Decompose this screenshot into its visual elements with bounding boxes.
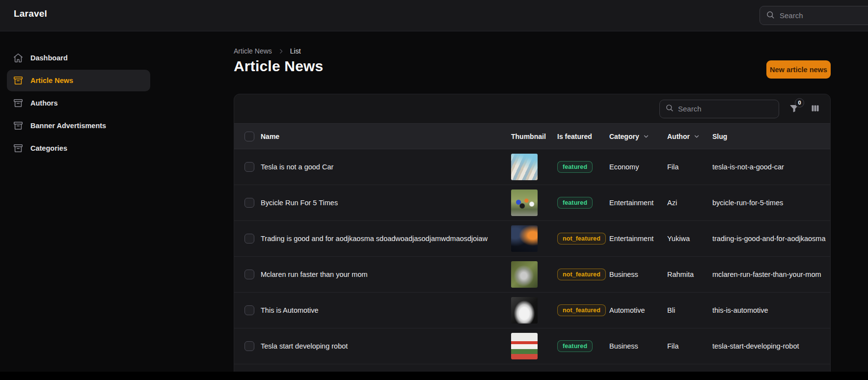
cell-author: Fila [667, 163, 712, 171]
app-window: Laravel Search Dashboard Article News A [0, 0, 868, 372]
archive-box-icon [13, 75, 24, 86]
is-featured-badge: featured [557, 197, 593, 209]
cell-category: Automotive [609, 306, 667, 314]
table-header-row: Name Thumbnail Is featured Category Auth… [234, 123, 830, 149]
cell-category: Entertainment [609, 235, 667, 243]
breadcrumb-article-news[interactable]: Article News [234, 47, 272, 55]
sidebar-item-label: Categories [30, 144, 67, 152]
chevron-down-icon [643, 133, 650, 140]
home-icon [13, 53, 24, 63]
cell-author: Fila [667, 342, 712, 350]
sidebar-item-dashboard[interactable]: Dashboard [7, 47, 150, 69]
filter-button[interactable]: 0 [788, 102, 800, 116]
cell-author: Yukiwa [667, 235, 712, 243]
columns-icon [810, 103, 820, 115]
cell-author: Bli [667, 306, 712, 314]
cell-slug: tesla-start-developing-robot [712, 342, 830, 350]
is-featured-badge: featured [557, 340, 593, 352]
table-row[interactable]: Mclaren run faster than your mom not_fea… [234, 257, 830, 293]
sidebar-item-authors[interactable]: Authors [7, 92, 150, 114]
global-search-placeholder: Search [780, 11, 803, 20]
cell-name[interactable]: Trading is good and for aodjkaosma sdoad… [261, 235, 511, 243]
brand-logo[interactable]: Laravel [14, 8, 47, 19]
row-checkbox[interactable] [244, 198, 254, 208]
is-featured-badge: not_featured [557, 269, 606, 280]
table-search-input[interactable]: Search [659, 100, 779, 118]
cell-category: Business [609, 271, 667, 278]
search-icon [766, 10, 775, 21]
chevron-right-icon [278, 48, 284, 54]
archive-box-icon [13, 143, 24, 154]
is-featured-badge: not_featured [557, 304, 606, 316]
cell-author: Azi [667, 199, 712, 207]
cell-category: Entertainment [609, 199, 667, 207]
table-row[interactable]: This is Automotive not_featured Automoti… [234, 293, 830, 328]
thumbnail-image [511, 154, 538, 180]
page-title: Article News [234, 58, 323, 75]
row-checkbox[interactable] [244, 162, 254, 172]
thumbnail-image [511, 297, 538, 324]
column-header-category[interactable]: Category [609, 133, 667, 140]
cell-name[interactable]: This is Automotive [261, 306, 511, 314]
cell-slug: trading-is-good-and-for-aodjkaosma [712, 235, 830, 243]
table-row[interactable] [234, 364, 830, 372]
global-search-input[interactable]: Search [760, 6, 868, 25]
row-checkbox[interactable] [244, 234, 254, 244]
sidebar-item-article-news[interactable]: Article News [7, 70, 150, 91]
sidebar-item-label: Article News [30, 77, 73, 84]
cell-category: Business [609, 342, 667, 350]
cell-slug: bycicle-run-for-5-times [712, 199, 830, 207]
toggle-columns-button[interactable] [809, 102, 821, 116]
search-icon [665, 104, 674, 114]
thumbnail-image [511, 225, 538, 252]
cell-slug: mclaren-run-faster-than-your-mom [712, 271, 830, 278]
filter-count-badge: 0 [795, 98, 804, 108]
cell-name[interactable]: Bycicle Run For 5 Times [261, 199, 511, 207]
sidebar-item-label: Dashboard [30, 54, 68, 62]
archive-box-icon [13, 98, 24, 109]
table-row[interactable]: Trading is good and for aodjkaosma sdoad… [234, 221, 830, 257]
table-row[interactable]: Tesla start developing robot featured Bu… [234, 328, 830, 364]
is-featured-badge: not_featured [557, 233, 606, 244]
row-checkbox[interactable] [244, 270, 254, 279]
cell-slug: this-is-automotive [712, 306, 830, 314]
breadcrumb-list: List [290, 47, 301, 55]
sidebar-item-banner-advertisments[interactable]: Banner Advertisments [7, 115, 150, 136]
cell-slug: tesla-is-not-a-good-car [712, 163, 830, 171]
chevron-down-icon [693, 133, 700, 140]
table-row[interactable]: Bycicle Run For 5 Times featured Enterta… [234, 185, 830, 221]
cell-author: Rahmita [667, 271, 712, 278]
column-header-thumbnail: Thumbnail [511, 133, 557, 140]
cell-name[interactable]: Tesla is not a good Car [261, 163, 511, 171]
archive-box-icon [13, 120, 24, 131]
row-checkbox[interactable] [244, 341, 254, 351]
sidebar-item-label: Banner Advertisments [30, 122, 106, 130]
column-header-slug: Slug [712, 133, 830, 140]
column-header-name[interactable]: Name [261, 133, 511, 140]
breadcrumb: Article News List [234, 47, 301, 55]
cell-name[interactable]: Mclaren run faster than your mom [261, 271, 511, 278]
cell-name[interactable]: Tesla start developing robot [261, 342, 511, 350]
new-article-news-button[interactable]: New article news [766, 60, 831, 79]
topbar: Laravel Search [0, 0, 868, 31]
thumbnail-image [511, 333, 538, 359]
sidebar-item-label: Authors [30, 99, 58, 107]
thumbnail-image [511, 261, 538, 288]
sidebar-item-categories[interactable]: Categories [7, 137, 150, 159]
table-row[interactable]: Tesla is not a good Car featured Economy… [234, 149, 830, 185]
sidebar: Dashboard Article News Authors Banner Ad… [0, 31, 157, 372]
thumbnail-image [511, 190, 538, 216]
table-toolbar: Search 0 [234, 94, 830, 123]
select-all-checkbox[interactable] [244, 132, 254, 141]
column-header-author[interactable]: Author [667, 133, 712, 140]
column-header-is-featured: Is featured [557, 133, 609, 140]
row-checkbox[interactable] [244, 305, 254, 315]
article-news-table-panel: Search 0 Name Thumbnail Is featured Cate… [234, 94, 831, 372]
cell-category: Economy [609, 163, 667, 171]
is-featured-badge: featured [557, 161, 593, 173]
table-search-placeholder: Search [678, 105, 702, 113]
